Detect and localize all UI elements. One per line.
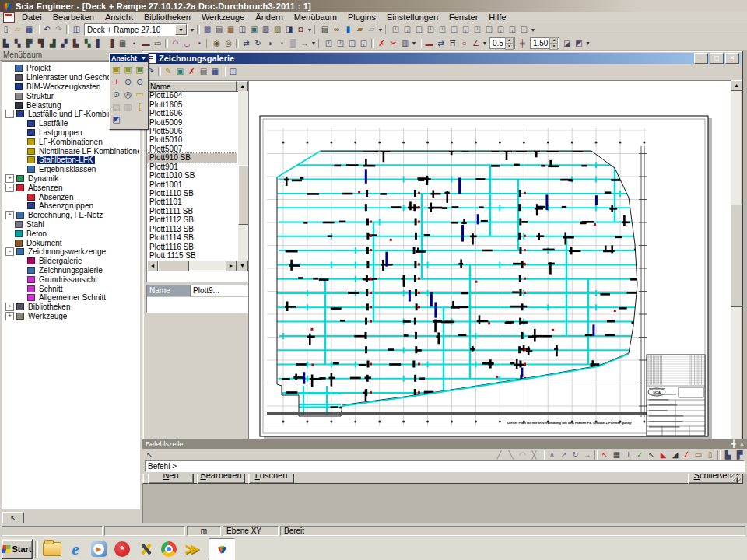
plate-icon[interactable]: ▭ [152,38,163,49]
list-item-plott1605[interactable]: Plott1605 [147,100,237,108]
node-icon[interactable]: ▪ [128,38,140,49]
menu-bearbeiten[interactable]: Bearbeiten [47,12,100,22]
list-item-plott1114-sb[interactable]: Plott1114 SB [147,233,237,242]
list-item-plott5010[interactable]: Plott5010 [147,135,237,144]
view-param-icon-2[interactable]: ◱ [402,24,413,35]
snap-peak-icon[interactable]: ∧ [546,450,558,460]
tree-item-nichtlineare-lf-kombinationen[interactable]: Nichtlineare LF-Kombinationen [2,146,139,156]
scroll-up-icon[interactable]: ▲ [731,80,742,91]
toolbar-more-icon[interactable]: ▼ [307,27,313,33]
axes-icon[interactable]: + [110,75,122,88]
render-icon[interactable]: ▩ [202,24,213,35]
menu-fenster[interactable]: Fenster [444,12,483,22]
snap-line2-icon[interactable]: ╲ [505,450,517,460]
menu-bibliotheken[interactable]: Bibliotheken [139,12,196,22]
status-unit[interactable]: m [187,526,221,536]
scia-hand-icon[interactable]: * [110,539,134,559]
list-item-plott1112-sb[interactable]: Plott1112 SB [147,215,237,224]
toolbar-more-icon[interactable]: ▼ [584,40,591,46]
snap-cross-icon[interactable]: ╳ [528,450,540,460]
snap-col-icon[interactable]: ▯ [704,450,716,460]
redo-icon[interactable]: ↷ [53,24,65,35]
start-button[interactable]: Start [2,539,33,559]
menu-ndern[interactable]: Ändern [250,12,288,22]
snap-step-spinner[interactable]: 0.5▲▼ [489,37,515,49]
undo-icon[interactable]: ↶ [41,24,53,35]
view-param-icon-6[interactable]: ◱ [448,24,460,35]
clip-icon[interactable]: [ [134,100,146,113]
list-item-plott1010-sb[interactable]: Plott1010 SB [147,171,237,180]
toolbar-more-icon[interactable]: ▼ [482,40,488,46]
table-icon[interactable]: ▥ [260,24,272,35]
view-2-icon[interactable]: ▣ [122,63,134,75]
grid-snap-icon[interactable]: ▦ [611,450,622,460]
modify-red-icon[interactable]: ✂ [388,38,399,49]
win-copy-icon-4[interactable]: ◲ [358,38,370,49]
snap-int-icon[interactable]: ◢ [669,450,681,460]
dim-h-icon[interactable]: Ħ [447,38,458,49]
combo-dropdown-icon[interactable]: ▼ [175,24,187,35]
beam-icon-4[interactable]: ▜ [35,38,47,49]
ansicht-toolbar-title[interactable]: Ansicht▼ [110,54,148,62]
print-view-icon[interactable]: ▤ [110,100,122,113]
view-param-icon-1[interactable]: ◰ [390,24,402,35]
command-input[interactable]: Befehl > [145,460,745,472]
view-param-icon-9[interactable]: ◰ [483,24,495,35]
snap-box-icon[interactable]: ▭ [693,450,704,460]
list-item-plott5006[interactable]: Plott5006 [147,127,237,135]
curve-icon-2[interactable]: ◡ [181,38,193,49]
plot-preview[interactable]: SCIADieser Plan ist nur in Verbindung mi… [248,80,731,457]
beam-icon-2[interactable]: ▚ [12,38,23,49]
angle-icon[interactable]: ∠ [470,38,482,49]
menu-ansicht[interactable]: Ansicht [100,12,139,22]
list-item-plott901[interactable]: Plott901 [147,163,237,171]
scia-task-button[interactable] [209,538,235,560]
tree-item-ergebnisklassen[interactable]: Ergebnisklassen [2,165,139,174]
plane-icon-1[interactable]: ▙ [722,450,734,460]
curve-icon-1[interactable]: ◠ [170,38,181,49]
scroll-down-icon[interactable]: ▼ [237,261,248,271]
tree-item-stahlbeton-lfk[interactable]: Stahlbeton-LFK [2,156,139,165]
arrows-icon[interactable]: ≫ [181,539,204,559]
beam-icon-1[interactable]: ▙ [0,38,12,49]
view-param-icon-4[interactable]: ◳ [425,24,437,35]
status-plane[interactable]: Ebene XY [223,526,279,536]
menu-datei[interactable]: Datei [16,12,47,22]
collapse-icon[interactable]: - [5,184,14,192]
arc-icon[interactable]: ◔ [193,38,205,49]
menu-menbaum[interactable]: Menübaum [289,12,342,22]
tree-item-absenzgruppen[interactable]: Absenzgruppen [2,201,139,211]
list-item-plott1111-sb[interactable]: Plott1111 SB [147,207,237,215]
toolbar-more-icon[interactable]: ▼ [530,27,536,33]
tree-item-dynamik[interactable]: +Dynamik [2,174,139,184]
list-item-plott5007[interactable]: Plott5007 [147,145,237,153]
gallery-icon[interactable]: ▦ [225,24,237,35]
cursor-snap-icon[interactable]: ↖ [599,450,611,460]
circle-icon[interactable]: ○ [458,38,470,49]
delete-plot-icon[interactable]: ✗ [186,66,198,77]
list-item-plott1116-sb[interactable]: Plott1116 SB [147,242,237,250]
tree-item-grundrissansicht[interactable]: Grundrissansicht [2,275,139,284]
open-view-icon[interactable]: ▭ [134,88,146,100]
toolbar-more-icon[interactable]: ▼ [310,40,317,46]
pick-cursor-icon[interactable]: ↖ [144,450,156,460]
menu-hilfe[interactable]: Hilfe [483,12,511,22]
rotate-icon[interactable]: ↻ [252,38,264,49]
member-icon[interactable]: ▬ [140,38,152,49]
tree-item-werkzeuge[interactable]: +Werkzeuge [2,312,139,321]
scale-spinner[interactable]: 1.50▲▼ [530,37,559,49]
beam-icon-8[interactable]: ▚ [82,38,93,49]
split-window-icon[interactable]: ◫ [71,24,82,35]
dim-line-icon[interactable]: ▬ [423,38,435,49]
tree-item-schnitt[interactable]: Schnitt [2,284,139,293]
collapse-icon[interactable]: - [5,110,14,118]
minimize-button[interactable]: _ [694,53,708,64]
view-param-icon-12[interactable]: ◳ [518,24,530,35]
list-item-plott1604[interactable]: Plott1604 [147,91,237,100]
tree-item-berechnung-fe-netz[interactable]: +Berechnung, FE-Netz [2,211,139,220]
zoom-out-icon[interactable]: ⊖ [134,75,146,88]
zoom-window-icon[interactable]: ⊙ [110,88,122,100]
toolbar-more-icon[interactable]: ▼ [189,27,195,33]
layer-edit-icon[interactable]: ◩ [573,38,584,49]
tools-icon[interactable] [134,539,157,559]
